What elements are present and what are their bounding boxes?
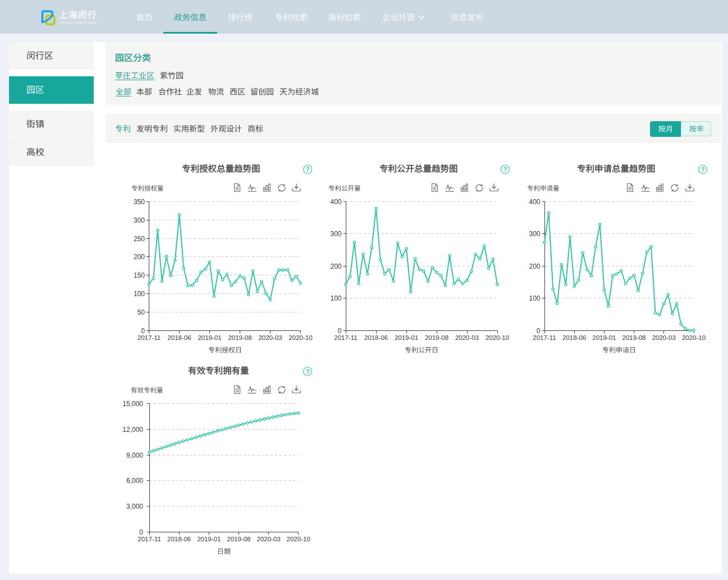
svg-text:?: ? (700, 166, 704, 173)
svg-text:?: ? (305, 368, 309, 375)
svg-text:?: ? (503, 166, 507, 173)
svg-text:?: ? (305, 166, 309, 173)
